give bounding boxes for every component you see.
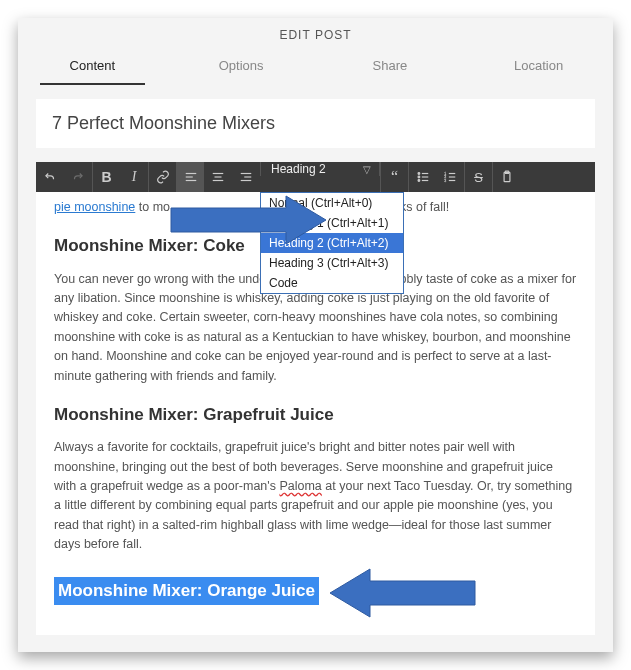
undo-button[interactable]: [36, 162, 64, 192]
tab-bar: Content Options Share Location: [18, 48, 613, 85]
pie-moonshine-link[interactable]: pie moonshine: [54, 200, 135, 214]
toolbar: B I Heading 2 ▽ Normal (Ctrl+Alt+0) Head…: [36, 162, 595, 192]
paragraph-grapefruit: Always a favorite for cocktails, grapefr…: [54, 438, 577, 554]
svg-marker-23: [171, 196, 326, 244]
numbered-list-button[interactable]: 123: [436, 162, 464, 192]
svg-marker-24: [330, 569, 475, 617]
heading-grapefruit: Moonshine Mixer: Grapefruit Juice: [54, 402, 577, 428]
svg-point-9: [418, 173, 420, 175]
svg-text:3: 3: [444, 179, 446, 183]
tab-options[interactable]: Options: [167, 48, 316, 85]
clipboard-button[interactable]: [492, 162, 520, 192]
chevron-down-icon: ▽: [363, 164, 371, 175]
paloma-link[interactable]: Paloma: [279, 479, 321, 493]
format-option-h3[interactable]: Heading 3 (Ctrl+Alt+3): [261, 253, 403, 273]
align-right-button[interactable]: [232, 162, 260, 192]
link-button[interactable]: [148, 162, 176, 192]
page-title: EDIT POST: [18, 18, 613, 48]
align-center-button[interactable]: [204, 162, 232, 192]
svg-point-11: [418, 180, 420, 182]
format-select-value: Heading 2: [271, 162, 326, 176]
editor: B I Heading 2 ▽ Normal (Ctrl+Alt+0) Head…: [36, 162, 595, 635]
quote-button[interactable]: “: [380, 162, 408, 192]
svg-point-10: [418, 176, 420, 178]
post-title-field[interactable]: 7 Perfect Moonshine Mixers: [36, 99, 595, 148]
annotation-arrow-bottom: [330, 565, 480, 621]
tab-location[interactable]: Location: [464, 48, 613, 85]
format-option-code[interactable]: Code: [261, 273, 403, 293]
tab-share[interactable]: Share: [316, 48, 465, 85]
italic-button[interactable]: I: [120, 162, 148, 192]
heading-orange-selected: Moonshine Mixer: Orange Juice: [54, 577, 319, 605]
bullet-list-button[interactable]: [408, 162, 436, 192]
redo-button[interactable]: [64, 162, 92, 192]
align-left-button[interactable]: [176, 162, 204, 192]
strikethrough-button[interactable]: S: [464, 162, 492, 192]
bold-button[interactable]: B: [92, 162, 120, 192]
tab-content[interactable]: Content: [18, 48, 167, 85]
annotation-arrow-top: [166, 192, 326, 248]
format-select[interactable]: Heading 2 ▽: [260, 162, 380, 176]
